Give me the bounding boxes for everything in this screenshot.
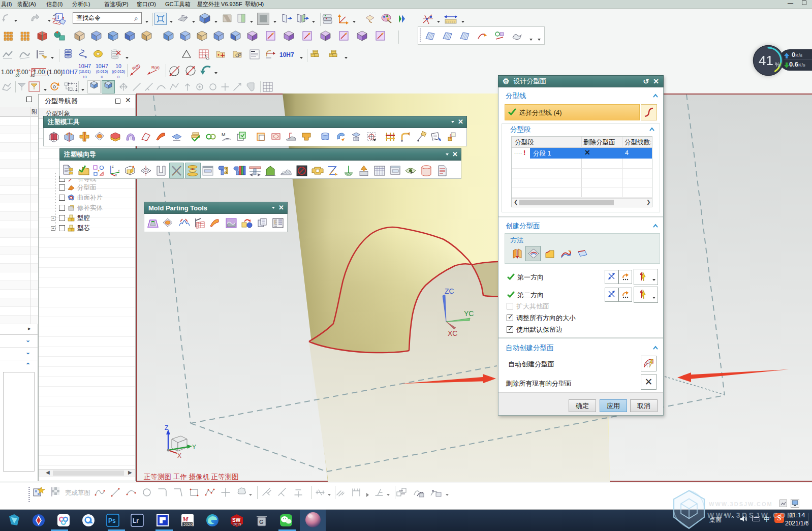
svg-text:Ps: Ps [108,517,116,524]
svg-text:2020: 2020 [183,522,193,527]
svg-text:G: G [259,519,264,525]
svg-text:X: X [177,452,181,459]
svg-text:M: M [182,515,189,523]
svg-text:%: % [775,61,780,68]
svg-text:R(ø): R(ø) [151,65,160,70]
svg-text:XC: XC [448,329,457,337]
svg-text:Lr: Lr [133,517,139,524]
svg-text:Y: Y [192,444,196,451]
svg-text:Z: Z [112,165,114,168]
svg-text:ZC: ZC [445,287,454,295]
svg-text:Z: Z [165,424,168,431]
svg-text:2019: 2019 [233,522,241,526]
svg-text:Y: Y [118,169,120,172]
svg-text:X: X [115,174,117,177]
svg-text:M: M [222,132,226,137]
svg-text:41: 41 [759,53,773,68]
svg-text:正等测图 工作 摄像机 正等测图: 正等测图 工作 摄像机 正等测图 [144,473,239,481]
svg-text:i: i [57,14,59,20]
svg-text:YC: YC [464,309,474,318]
